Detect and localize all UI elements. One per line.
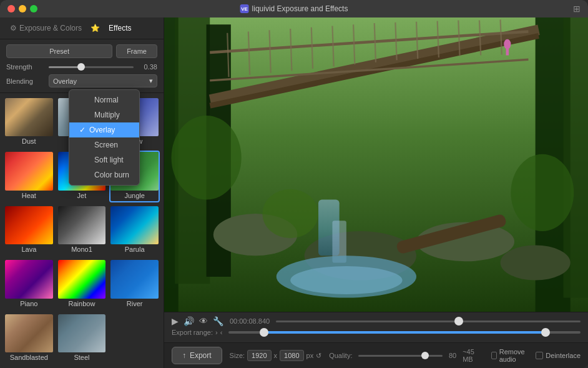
effect-thumb-rainbow — [58, 260, 106, 298]
reset-icon[interactable]: ↺ — [316, 352, 321, 360]
blending-row: Blending Overlay ▾ — [6, 74, 157, 87]
preview-area — [164, 17, 588, 312]
dropdown-option-screen[interactable]: Screen — [69, 137, 139, 152]
effect-item-river[interactable]: River — [109, 259, 160, 310]
controls-area: Preset Frame Strength 0.38 Blending Over… — [0, 39, 164, 93]
effect-item-sandblasted[interactable]: Sandblasted — [4, 313, 54, 364]
effect-thumb-lava — [5, 206, 53, 244]
volume-icon[interactable]: 🔊 — [184, 316, 194, 326]
effect-item-mono1[interactable]: Mono1 — [57, 205, 107, 256]
svg-point-24 — [504, 39, 511, 49]
svg-point-37 — [262, 189, 318, 239]
effect-name-heat: Heat — [22, 191, 36, 201]
preview-image — [164, 17, 588, 312]
effect-item-piano[interactable]: Piano — [4, 259, 54, 310]
deinterlace-box[interactable] — [536, 352, 543, 359]
effect-name-lava: Lava — [21, 244, 36, 255]
play-button[interactable]: ▶ — [172, 316, 179, 326]
bottom-bar: ↑ Export Size: 1920 x 1080 px ↺ Quality:… — [164, 342, 588, 368]
effect-thumb-heat — [5, 152, 53, 190]
svg-point-29 — [501, 245, 571, 280]
dropdown-option-multiply[interactable]: Multiply — [69, 107, 139, 122]
range-right-arrow[interactable]: ‹ — [220, 329, 223, 336]
window-controls[interactable]: ⊞ — [573, 4, 581, 14]
eye-icon[interactable]: 👁 — [199, 316, 208, 326]
effect-item-steel[interactable]: Steel — [57, 313, 107, 364]
effect-name-rainbow: Rainbow — [69, 299, 96, 309]
remove-audio-checkbox[interactable]: Remove audio — [491, 348, 527, 363]
app-icon: VE — [240, 4, 249, 13]
tab-effects[interactable]: Effects — [106, 22, 134, 34]
effect-item-heat[interactable]: Heat — [4, 151, 54, 202]
effect-thumb-river — [110, 260, 159, 298]
range-left-arrow[interactable]: › — [215, 329, 218, 336]
preset-button[interactable]: Preset — [6, 44, 112, 58]
effect-thumb-parula — [110, 206, 159, 244]
timeline-slider[interactable] — [276, 321, 581, 322]
maximize-button[interactable] — [30, 5, 37, 12]
preset-row: Preset Frame — [6, 44, 157, 58]
quality-slider[interactable] — [358, 355, 442, 357]
range-start-thumb[interactable] — [260, 328, 268, 337]
dropdown-option-soft-light[interactable]: Soft light — [69, 152, 139, 167]
bottom-controls: ▶ 🔊 👁 🔧 00:00:08.840 Export range: › ‹ — [164, 312, 588, 342]
right-panel: ▶ 🔊 👁 🔧 00:00:08.840 Export range: › ‹ — [164, 17, 588, 368]
svg-rect-25 — [506, 48, 508, 55]
tab-exposure[interactable]: ⚙ Exposure & Colors — [7, 22, 84, 34]
size-info: Size: 1920 x 1080 px ↺ — [230, 350, 322, 361]
blending-label: Blending — [6, 77, 44, 85]
effect-thumb-mono1 — [58, 206, 106, 244]
deinterlace-checkbox[interactable]: Deinterlace — [536, 352, 581, 359]
effect-name-mono1: Mono1 — [71, 244, 92, 255]
strength-slider[interactable] — [49, 66, 134, 68]
minimize-button[interactable] — [19, 5, 26, 12]
close-button[interactable] — [7, 5, 15, 12]
svg-point-33 — [290, 266, 402, 294]
playback-icons: ▶ 🔊 👁 🔧 — [172, 316, 223, 326]
effect-name-dust: Dust — [22, 136, 36, 147]
effect-name-parula: Parula — [125, 244, 145, 255]
checkmark-icon: ✓ — [79, 126, 86, 134]
traffic-lights — [7, 5, 37, 12]
export-range-slider[interactable] — [228, 331, 581, 334]
playback-row: ▶ 🔊 👁 🔧 00:00:08.840 — [172, 316, 581, 326]
effect-item-lava[interactable]: Lava — [4, 205, 54, 256]
effect-thumb-dust — [5, 98, 53, 136]
strength-row: Strength 0.38 — [6, 63, 157, 71]
window-title: VE liquivid Exposure and Effects — [240, 4, 348, 13]
effect-item-parula[interactable]: Parula — [109, 205, 160, 256]
sliders-icon: ⚙ — [10, 24, 17, 32]
effect-item-dust[interactable]: Dust — [4, 97, 54, 148]
blending-dropdown[interactable]: Overlay ▾ — [49, 74, 157, 87]
time-display: 00:00:08.840 — [230, 317, 270, 325]
effect-name-steel: Steel — [74, 352, 89, 363]
frame-button[interactable]: Frame — [116, 44, 157, 58]
strength-value: 0.38 — [139, 63, 157, 71]
effect-name-jungle: Jungle — [124, 191, 144, 201]
export-button[interactable]: ↑ Export — [172, 347, 222, 364]
effect-name-jet: Jet — [77, 191, 87, 201]
dropdown-option-normal[interactable]: Normal — [69, 92, 139, 107]
effect-thumb-steel — [58, 314, 106, 352]
svg-point-36 — [511, 154, 574, 231]
dropdown-option-overlay[interactable]: ✓Overlay — [69, 122, 139, 137]
blending-dropdown-menu[interactable]: NormalMultiply✓OverlayScreenSoft lightCo… — [69, 89, 140, 186]
svg-point-35 — [171, 116, 241, 200]
range-end-thumb[interactable] — [541, 328, 550, 337]
remove-audio-box[interactable] — [491, 352, 496, 359]
main-layout: ⚙ Exposure & Colors ⭐ Effects Preset Fra… — [0, 17, 588, 368]
height-field[interactable]: 1080 — [280, 350, 303, 361]
width-field[interactable]: 1920 — [247, 350, 271, 361]
effect-name-sandblasted: Sandblasted — [10, 352, 48, 363]
export-icon: ↑ — [182, 351, 186, 360]
export-range-row: Export range: › ‹ — [172, 329, 581, 336]
export-range-label: Export range: › ‹ — [172, 329, 222, 336]
tab-bar: ⚙ Exposure & Colors ⭐ Effects — [0, 17, 164, 39]
dropdown-option-color-burn[interactable]: Color burn — [69, 167, 139, 182]
titlebar: VE liquivid Exposure and Effects ⊞ — [0, 0, 588, 17]
strength-label: Strength — [6, 63, 44, 71]
effect-thumb-sandblasted — [5, 314, 53, 352]
tool-icon[interactable]: 🔧 — [213, 316, 223, 326]
left-panel: ⚙ Exposure & Colors ⭐ Effects Preset Fra… — [0, 17, 164, 368]
effect-item-rainbow[interactable]: Rainbow — [57, 259, 107, 310]
